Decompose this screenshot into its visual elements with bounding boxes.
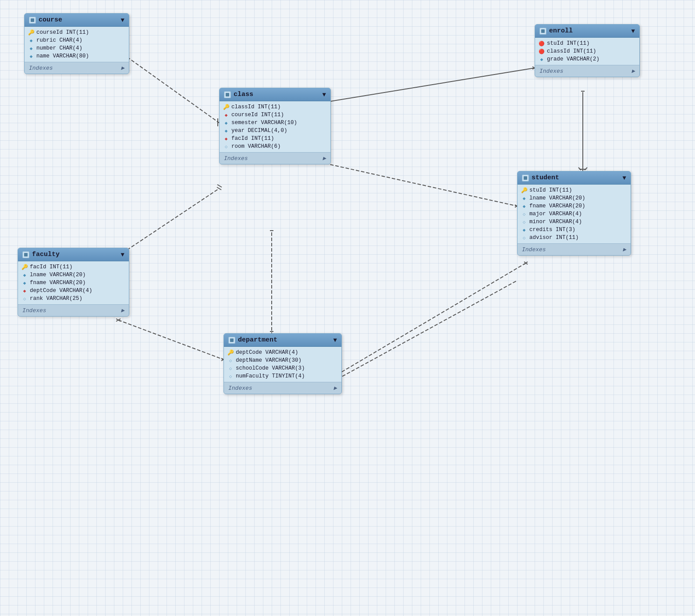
diamond-filled-icon: ◆ [28, 37, 34, 43]
indexes-label: Indexes [224, 155, 248, 162]
diamond-empty-icon: ◇ [227, 365, 234, 371]
pk-icon: 🔑 [21, 264, 28, 270]
indexes-expand-icon[interactable]: ▶ [631, 68, 635, 75]
enroll-table-arrow: ▼ [631, 28, 635, 35]
field-text: stuId INT(11) [529, 187, 572, 193]
field-text: lname VARCHAR(20) [30, 272, 86, 278]
indexes-label: Indexes [228, 385, 252, 392]
diamond-filled-icon: ◆ [521, 203, 527, 209]
field-text: room VARCHAR(6) [231, 143, 281, 150]
field-text: schoolCode VARCHAR(3) [236, 365, 305, 371]
list-item: ◆ semester VARCHAR(10) [220, 119, 330, 127]
student-table-title: student [532, 174, 620, 182]
student-table-icon [522, 174, 529, 182]
diamond-filled-icon: ◆ [521, 195, 527, 201]
svg-line-15 [320, 162, 517, 206]
field-text: fname VARCHAR(20) [529, 203, 585, 209]
indexes-expand-icon[interactable]: ▶ [121, 64, 124, 71]
class-table-header: class ▼ [220, 88, 330, 101]
enroll-indexes[interactable]: Indexes ▶ [535, 65, 639, 77]
list-item: ◆ fname VARCHAR(20) [518, 202, 631, 210]
department-table-arrow: ▼ [333, 337, 337, 344]
pk-icon: 🔑 [227, 349, 234, 356]
field-text: name VARCHAR(80) [36, 53, 89, 59]
department-table: department ▼ 🔑 deptCode VARCHAR(4) ◇ dep… [223, 333, 342, 394]
list-item: 🔴 stuId INT(11) [535, 39, 639, 47]
list-item: ◇ rank VARCHAR(25) [18, 295, 129, 303]
list-item: ◆ rubric CHAR(4) [25, 36, 129, 44]
field-text: major VARCHAR(4) [529, 211, 582, 217]
svg-line-33 [333, 263, 526, 377]
list-item: 🔴 classId INT(11) [535, 47, 639, 55]
diamond-filled-icon: ◆ [28, 45, 34, 51]
course-indexes[interactable]: Indexes ▶ [25, 62, 129, 74]
list-item: ◆ facId INT(11) [220, 135, 330, 142]
list-item: ◆ lname VARCHAR(20) [518, 194, 631, 202]
diamond-empty-icon: ◇ [227, 357, 234, 363]
field-text: advisor INT(11) [529, 235, 579, 241]
faculty-table-body: 🔑 facId INT(11) ◆ lname VARCHAR(20) ◆ fn… [18, 261, 129, 304]
faculty-table: faculty ▼ 🔑 facId INT(11) ◆ lname VARCHA… [18, 248, 129, 317]
class-table-icon [224, 91, 231, 98]
pk-icon: 🔑 [223, 104, 229, 110]
enroll-table-icon [539, 28, 546, 35]
fk-icon: 🔴 [539, 48, 545, 54]
department-indexes[interactable]: Indexes ▶ [224, 382, 341, 394]
indexes-label: Indexes [522, 246, 546, 253]
field-text: credits INT(3) [529, 227, 575, 233]
class-table-title: class [234, 91, 320, 98]
indexes-label: Indexes [539, 68, 564, 75]
fk-icon: ◆ [21, 288, 28, 294]
faculty-indexes[interactable]: Indexes ▶ [18, 304, 129, 316]
diamond-empty-icon: ◇ [521, 235, 527, 241]
indexes-expand-icon[interactable]: ▶ [323, 155, 326, 162]
pk-icon: 🔑 [521, 187, 527, 193]
field-text: courseId INT(11) [36, 29, 89, 36]
faculty-table-header: faculty ▼ [18, 248, 129, 261]
svg-line-14 [585, 167, 587, 170]
student-table-body: 🔑 stuId INT(11) ◆ lname VARCHAR(20) ◆ fn… [518, 185, 631, 243]
field-text: semester VARCHAR(10) [231, 120, 297, 126]
field-text: deptCode VARCHAR(4) [30, 288, 92, 294]
field-text: year DECIMAL(4,0) [231, 128, 287, 134]
department-table-header: department ▼ [224, 334, 341, 347]
svg-line-22 [217, 187, 221, 190]
fk-icon: 🔴 [539, 40, 545, 46]
class-table-arrow: ▼ [323, 91, 326, 98]
pk-icon: 🔑 [28, 29, 34, 36]
list-item: ◇ major VARCHAR(4) [518, 210, 631, 218]
indexes-expand-icon[interactable]: ▶ [333, 385, 337, 392]
student-indexes[interactable]: Indexes ▶ [518, 243, 631, 255]
list-item: ◆ credits INT(3) [518, 226, 631, 234]
student-table-arrow: ▼ [623, 174, 626, 182]
list-item: ◇ schoolCode VARCHAR(3) [224, 364, 341, 372]
enroll-table-header: enroll ▼ [535, 25, 639, 38]
svg-line-23 [217, 185, 222, 187]
course-table: course ▼ 🔑 courseId INT(11) ◆ rubric CHA… [24, 13, 129, 74]
svg-line-13 [578, 167, 581, 170]
course-table-icon [29, 17, 36, 24]
field-text: rank VARCHAR(25) [30, 296, 82, 302]
diamond-filled-icon: ◆ [21, 272, 28, 278]
svg-line-34 [524, 262, 528, 264]
svg-line-26 [116, 319, 121, 321]
diamond-empty-icon: ◇ [227, 373, 234, 379]
diamond-filled-icon: ◆ [521, 227, 527, 233]
indexes-expand-icon[interactable]: ▶ [121, 307, 124, 314]
svg-line-5 [320, 68, 535, 103]
field-text: classId INT(11) [231, 104, 281, 110]
indexes-expand-icon[interactable]: ▶ [623, 246, 626, 253]
diamond-filled-icon: ◆ [539, 56, 545, 62]
svg-line-0 [127, 57, 219, 123]
list-item: ◆ courseId INT(11) [220, 111, 330, 119]
class-indexes[interactable]: Indexes ▶ [220, 152, 330, 164]
indexes-label: Indexes [22, 307, 46, 314]
field-text: classId INT(11) [547, 48, 596, 54]
list-item: ◆ name VARCHAR(80) [25, 52, 129, 60]
class-table: class ▼ 🔑 classId INT(11) ◆ courseId INT… [219, 88, 331, 164]
list-item: ◆ deptCode VARCHAR(4) [18, 287, 129, 295]
list-item: 🔑 stuId INT(11) [518, 186, 631, 194]
field-text: deptCode VARCHAR(4) [236, 349, 298, 356]
field-text: numFaculty TINYINT(4) [236, 373, 305, 379]
list-item: ◆ number CHAR(4) [25, 44, 129, 52]
